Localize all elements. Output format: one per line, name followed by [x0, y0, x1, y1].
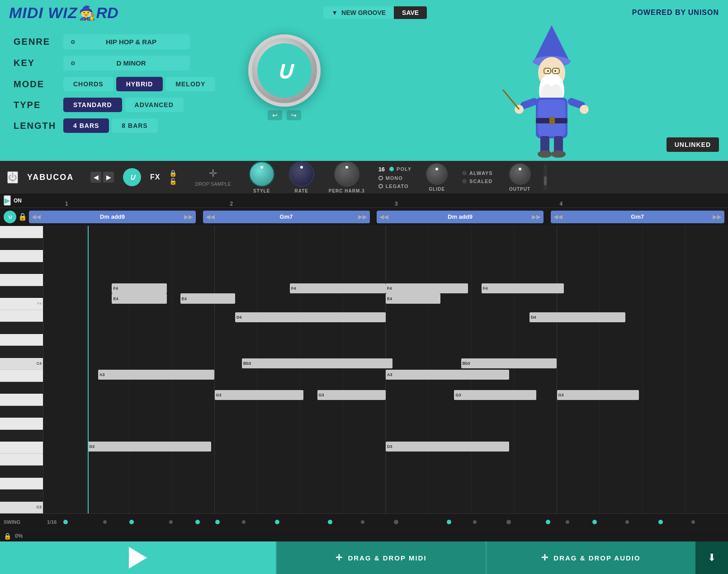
- prev-synth-button[interactable]: ◀: [90, 172, 101, 183]
- swing-dot-20[interactable]: [691, 520, 695, 524]
- synth-logo-button[interactable]: ∪: [123, 168, 141, 186]
- key-C4[interactable]: C4: [0, 358, 43, 370]
- swing-dot-7[interactable]: [242, 520, 246, 524]
- swing-dot-8[interactable]: [275, 520, 279, 524]
- note-E4-2[interactable]: E4: [180, 293, 235, 303]
- output-slider[interactable]: [544, 165, 547, 190]
- roll-lock-button[interactable]: 🔒: [18, 212, 27, 221]
- grid-area[interactable]: F4 F4 E4 E4 D4 Bb3 A3 G3 G3 D3 F4: [43, 226, 728, 513]
- style-knob[interactable]: [249, 161, 274, 187]
- note-D3-1[interactable]: D3: [88, 442, 211, 452]
- mode-chords-button[interactable]: CHORDS: [63, 77, 113, 91]
- swing-dot-14[interactable]: [506, 520, 511, 524]
- key-Eb3[interactable]: [0, 466, 43, 478]
- note-G3-4[interactable]: G3: [557, 390, 639, 400]
- mode-hybrid-button[interactable]: HYBRID: [116, 77, 163, 91]
- download-button[interactable]: ⬇: [695, 541, 728, 574]
- legato-radio[interactable]: [378, 184, 383, 188]
- mode-melody-button[interactable]: MELODY: [165, 77, 215, 91]
- length-8bars-button[interactable]: 8 BARS: [112, 118, 157, 133]
- rate-knob[interactable]: [289, 161, 314, 187]
- note-D4-1[interactable]: D4: [235, 312, 386, 322]
- swing-dot-3[interactable]: [129, 520, 134, 524]
- perc-harm-knob[interactable]: [334, 161, 359, 187]
- note-A3-2[interactable]: A3: [386, 370, 509, 380]
- swing-dot-19[interactable]: [658, 520, 663, 524]
- swing-dot-17[interactable]: [592, 520, 597, 524]
- key-Fs4[interactable]: [0, 286, 43, 298]
- unlinked-button[interactable]: UNLINKED: [667, 137, 719, 152]
- logo-knob[interactable]: ∪: [248, 34, 321, 107]
- note-G3-2[interactable]: G3: [317, 390, 386, 400]
- drag-midi-button[interactable]: ✛ DRAG & DROP MIDI: [276, 541, 486, 574]
- swing-dot-18[interactable]: [625, 520, 629, 524]
- key-C3[interactable]: C3: [0, 502, 43, 514]
- key-B4[interactable]: [0, 226, 43, 238]
- drag-audio-button[interactable]: ✛ DRAG & DROP AUDIO: [486, 541, 695, 574]
- scaled-led[interactable]: [462, 179, 467, 183]
- key-Ab4[interactable]: [0, 262, 43, 274]
- note-F4-3[interactable]: F4: [386, 283, 468, 293]
- note-G3-1[interactable]: G3: [215, 390, 304, 400]
- key-G3[interactable]: [0, 418, 43, 430]
- key-dropdown[interactable]: ⊙ D MINOR: [63, 56, 190, 71]
- redo-button[interactable]: ↪: [287, 110, 301, 120]
- fx-button[interactable]: FX: [150, 173, 160, 181]
- pr-play-button[interactable]: ▶: [4, 195, 11, 206]
- key-B3[interactable]: [0, 370, 43, 382]
- output-knob[interactable]: [509, 163, 531, 185]
- swing-dot-13[interactable]: [473, 520, 477, 524]
- key-G4[interactable]: [0, 274, 43, 286]
- key-F4[interactable]: F4: [0, 298, 43, 310]
- note-F4-2[interactable]: F4: [290, 283, 386, 293]
- next-synth-button[interactable]: ▶: [103, 172, 114, 183]
- swing-dot-9[interactable]: [328, 520, 332, 524]
- chord-next-icon-1[interactable]: ▶▶: [184, 213, 193, 220]
- note-G3-3[interactable]: G3: [454, 390, 536, 400]
- play-button[interactable]: [0, 541, 276, 574]
- glide-knob[interactable]: [426, 163, 448, 185]
- key-D3[interactable]: [0, 478, 43, 490]
- swing-dot-5[interactable]: [195, 520, 200, 524]
- key-A4[interactable]: [0, 250, 43, 262]
- chord-next-icon-4[interactable]: ▶▶: [713, 213, 722, 220]
- note-Bb3-2[interactable]: Bb3: [461, 358, 557, 368]
- swing-dot-12[interactable]: [447, 520, 451, 524]
- key-Bb3[interactable]: [0, 382, 43, 394]
- save-button[interactable]: SAVE: [394, 6, 427, 19]
- key-Cs4[interactable]: [0, 346, 43, 358]
- key-Bb4[interactable]: [0, 238, 43, 250]
- power-button[interactable]: ⏻: [7, 171, 18, 183]
- swing-dot-16[interactable]: [566, 520, 569, 524]
- key-A3[interactable]: [0, 394, 43, 406]
- drop-sample[interactable]: ✛ DROP SAMPLE: [195, 168, 231, 187]
- lock-icon-2[interactable]: 🔓: [169, 178, 177, 185]
- lock-icon-1[interactable]: 🔒: [169, 169, 177, 177]
- chord-prev-icon-1[interactable]: ◀◀: [32, 213, 41, 220]
- chord-prev-icon-2[interactable]: ◀◀: [206, 213, 215, 220]
- poly-radio[interactable]: [389, 167, 394, 171]
- undo-button[interactable]: ↩: [268, 110, 282, 120]
- mono-radio[interactable]: [378, 176, 383, 180]
- chord-prev-icon-4[interactable]: ◀◀: [553, 213, 563, 220]
- key-Fs3[interactable]: [0, 430, 43, 442]
- swing-dot-2[interactable]: [103, 520, 107, 524]
- note-F4-4[interactable]: F4: [482, 283, 564, 293]
- key-Ab3[interactable]: [0, 406, 43, 418]
- length-4bars-button[interactable]: 4 BARS: [63, 118, 109, 133]
- roll-logo-button[interactable]: ∪: [4, 211, 16, 223]
- key-E3[interactable]: [0, 454, 43, 466]
- type-standard-button[interactable]: STANDARD: [63, 98, 122, 112]
- note-Bb3-1[interactable]: Bb3: [242, 358, 392, 368]
- chord-prev-icon-3[interactable]: ◀◀: [379, 213, 388, 220]
- note-E4-3[interactable]: E4: [386, 293, 440, 303]
- key-D4[interactable]: [0, 334, 43, 346]
- key-Eb4[interactable]: [0, 322, 43, 334]
- lock-icon-bottom[interactable]: 🔒: [4, 532, 11, 540]
- swing-dot-11[interactable]: [394, 520, 398, 524]
- swing-dot-4[interactable]: [169, 520, 173, 524]
- note-F4-1[interactable]: F4: [112, 283, 166, 293]
- note-E4-1[interactable]: E4: [112, 293, 166, 303]
- swing-dot-1[interactable]: [63, 520, 68, 524]
- chord-next-icon-2[interactable]: ▶▶: [358, 213, 367, 220]
